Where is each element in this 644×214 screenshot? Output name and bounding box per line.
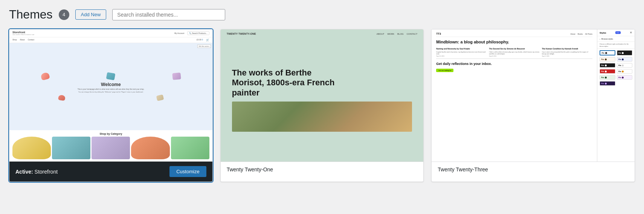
style-swatch-9[interactable]: Aa bbox=[600, 75, 615, 80]
tt3-article-3: The Human Condition by Hannah Arendt I t… bbox=[542, 48, 592, 57]
style-swatch-5[interactable]: Aa bbox=[600, 63, 615, 68]
tt1-painting-image bbox=[232, 102, 412, 132]
page-header: Themes 4 Add New bbox=[9, 8, 635, 22]
tt1-preview: TWENTY TWENTY-ONE ABOUT WORK BLOG CONTAC… bbox=[221, 29, 424, 162]
sf-brand-sub: Just another WooCommerce site bbox=[12, 34, 34, 35]
theme-card-twenty-twenty-one[interactable]: TWENTY TWENTY-ONE ABOUT WORK BLOG CONTAC… bbox=[220, 29, 424, 182]
tt3-preview: TT3 About Books All Posts Mindblown: a b… bbox=[432, 29, 635, 162]
sf-hero-sub2: You can change this text by editing the … bbox=[78, 91, 143, 93]
theme-card-twenty-twenty-three[interactable]: TT3 About Books All Posts Mindblown: a b… bbox=[431, 29, 635, 182]
page-title: Themes bbox=[9, 8, 53, 22]
sf-category-title: Shop by Category bbox=[12, 132, 209, 135]
add-new-button[interactable]: Add New bbox=[75, 9, 107, 20]
style-swatch-11[interactable]: Aa bbox=[600, 81, 615, 86]
tt3-newsletter: Get daily reflections in your inbox. Joi… bbox=[436, 62, 592, 72]
sf-products bbox=[12, 137, 209, 159]
storefront-footer: Active: Storefront Customize bbox=[9, 162, 212, 182]
styles-swatches: Aa Aa Aa Aa bbox=[597, 49, 635, 87]
style-swatch-3[interactable]: Aa bbox=[600, 57, 615, 62]
style-swatch-8[interactable]: Aa bbox=[617, 69, 633, 74]
tt1-headline: The works of Berthe Morisot, 1800s-era F… bbox=[232, 68, 337, 98]
style-swatch-1[interactable]: Aa bbox=[600, 50, 615, 55]
sf-edit-section: Edit this section bbox=[197, 45, 211, 48]
sf-hero-sub: This is your homepage which is what most… bbox=[78, 88, 144, 90]
search-input[interactable] bbox=[112, 9, 225, 20]
sf-category: Shop by Category bbox=[9, 130, 212, 162]
active-label: Active: Storefront bbox=[15, 169, 58, 175]
tt1-name: Twenty Twenty-One bbox=[227, 166, 273, 172]
style-swatch-6[interactable]: Aa bbox=[617, 63, 633, 68]
style-swatch-4[interactable]: Aa bbox=[617, 57, 633, 62]
tt3-article-1: Naming and Necessity by Saul Kripke Insp… bbox=[436, 48, 487, 57]
styles-close-icon[interactable]: ✕ bbox=[630, 31, 632, 34]
tt3-tagline: Mindblown: a blog about philosophy. bbox=[436, 39, 592, 45]
themes-grid: Storefront Just another WooCommerce site… bbox=[9, 29, 635, 182]
tt1-content: The works of Berthe Morisot, 1800s-era F… bbox=[221, 38, 424, 162]
tt3-article-2: The Second Sex by Simone de Beauvoir I f… bbox=[489, 48, 540, 57]
tt3-articles: Naming and Necessity by Saul Kripke Insp… bbox=[436, 48, 592, 57]
tt3-footer: Twenty Twenty-Three bbox=[432, 162, 635, 177]
style-swatch-7[interactable]: Aa bbox=[600, 69, 615, 74]
tt3-main: TT3 About Books All Posts Mindblown: a b… bbox=[432, 29, 597, 162]
tt1-footer: Twenty Twenty-One bbox=[221, 162, 424, 177]
browse-styles-btn[interactable]: ‹ Browse styles bbox=[597, 36, 635, 42]
tt3-name: Twenty Twenty-Three bbox=[438, 166, 488, 172]
sf-brand: Storefront bbox=[12, 31, 34, 34]
sf-hero-title: Welcome bbox=[101, 82, 121, 87]
theme-count-badge: 4 bbox=[59, 9, 69, 20]
style-swatch-2[interactable]: Aa bbox=[617, 50, 633, 55]
theme-card-storefront[interactable]: Storefront Just another WooCommerce site… bbox=[9, 29, 213, 182]
tt3-styles-panel: Styles beta ✕ ‹ Browse styles Choose a d… bbox=[597, 29, 635, 162]
customize-button[interactable]: Customize bbox=[169, 166, 206, 177]
storefront-preview: Storefront Just another WooCommerce site… bbox=[9, 29, 212, 162]
sf-nav: Shop About Contact £0.00 0 🛒 bbox=[9, 37, 212, 43]
tt1-nav: TWENTY TWENTY-ONE ABOUT WORK BLOG CONTAC… bbox=[221, 29, 424, 38]
style-swatch-10[interactable]: Aa bbox=[617, 75, 633, 80]
